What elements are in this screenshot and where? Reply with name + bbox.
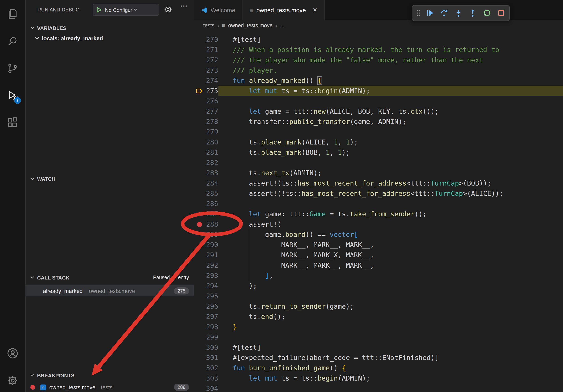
gutter-glyph-margin[interactable] <box>194 373 205 383</box>
restart-icon[interactable] <box>480 7 493 19</box>
gutter-glyph-margin[interactable] <box>194 45 205 55</box>
code-line-content[interactable]: game.board() == vector[ <box>218 229 563 240</box>
variables-section-header[interactable]: VARIABLES <box>26 23 194 33</box>
code-line[interactable]: 292 MARK__, MARK__, MARK__, <box>194 260 563 270</box>
code-line[interactable]: 270#[test] <box>194 34 563 45</box>
code-line-content[interactable]: /// When a position is already marked, t… <box>218 45 563 55</box>
code-line-content[interactable]: #[expected_failure(abort_code = ttt::ENo… <box>218 353 563 363</box>
code-line-content[interactable] <box>218 291 563 301</box>
breakpoint-checkbox[interactable]: ✓ <box>40 384 46 390</box>
gutter-glyph-margin[interactable] <box>194 229 205 240</box>
gutter-glyph-margin[interactable] <box>194 281 205 291</box>
gutter-glyph-margin[interactable] <box>194 312 205 322</box>
code-line-content[interactable]: let mut ts = ts::begin(ADMIN); <box>218 373 563 383</box>
code-line-content[interactable]: let game = ttt::new(ALICE, BOB, KEY, ts.… <box>218 106 563 117</box>
gutter-glyph-margin[interactable] <box>194 86 205 96</box>
code-line[interactable]: 286 <box>194 198 563 209</box>
code-line[interactable]: 276 <box>194 96 563 106</box>
code-line[interactable]: 298} <box>194 322 563 332</box>
gutter-glyph-margin[interactable] <box>194 383 205 392</box>
gutter-glyph-margin[interactable] <box>194 342 205 353</box>
code-editor[interactable]: 270#[test]271/// When a position is alre… <box>194 31 563 392</box>
step-over-icon[interactable] <box>437 7 450 19</box>
gutter-glyph-margin[interactable] <box>194 34 205 45</box>
gutter-glyph-margin[interactable] <box>194 291 205 301</box>
code-line[interactable]: 278 transfer::public_transfer(game, ADMI… <box>194 117 563 127</box>
code-line[interactable]: 287 let game: ttt::Game = ts.take_from_s… <box>194 209 563 219</box>
code-line-content[interactable] <box>218 96 563 106</box>
gutter-glyph-margin[interactable] <box>194 198 205 209</box>
code-line[interactable]: 293 ], <box>194 270 563 281</box>
stack-frame-row[interactable]: already_marked owned_tests.move 275 <box>26 285 194 296</box>
code-line-content[interactable]: ts.end(); <box>218 312 563 322</box>
gutter-glyph-margin[interactable] <box>194 55 205 65</box>
code-line[interactable]: 296 ts.return_to_sender(game); <box>194 301 563 312</box>
breadcrumb-item[interactable]: ... <box>280 22 285 28</box>
start-debug-icon[interactable] <box>95 6 102 13</box>
code-line-content[interactable] <box>218 332 563 342</box>
code-line-content[interactable]: } <box>218 322 563 332</box>
breadcrumb-item[interactable]: tests <box>203 22 214 28</box>
code-line-content[interactable]: MARK__, MARK__, MARK__, <box>218 240 563 250</box>
code-line[interactable]: 301#[expected_failure(abort_code = ttt::… <box>194 353 563 363</box>
step-into-icon[interactable] <box>452 7 465 19</box>
gutter-glyph-margin[interactable] <box>194 260 205 270</box>
code-line[interactable]: 279 <box>194 127 563 137</box>
code-line[interactable]: 275 let mut ts = ts::begin(ADMIN); <box>194 86 563 96</box>
tab-welcome[interactable]: Welcome <box>194 0 243 20</box>
gutter-glyph-margin[interactable] <box>194 219 205 229</box>
close-icon[interactable]: × <box>313 6 317 13</box>
code-line-content[interactable]: let game: ttt::Game = ts.take_from_sende… <box>218 209 563 219</box>
gutter-glyph-margin[interactable] <box>194 75 205 86</box>
launch-config-dropdown[interactable]: No Configur <box>93 4 159 16</box>
debug-settings-gear-icon[interactable] <box>164 5 172 14</box>
code-line[interactable]: 290 MARK__, MARK__, MARK__, <box>194 240 563 250</box>
continue-icon[interactable] <box>423 7 436 19</box>
settings-gear-icon[interactable] <box>6 374 19 387</box>
code-line-content[interactable]: assert!(!ts::has_most_recent_for_address… <box>218 188 563 198</box>
gutter-glyph-margin[interactable] <box>194 270 205 281</box>
code-line[interactable]: 297 ts.end(); <box>194 312 563 322</box>
breakpoint-list-item[interactable]: ✓ owned_tests.move tests 288 <box>26 382 194 392</box>
step-out-icon[interactable] <box>466 7 479 19</box>
gutter-glyph-margin[interactable] <box>194 127 205 137</box>
gutter-glyph-margin[interactable] <box>194 117 205 127</box>
source-control-icon[interactable] <box>6 62 19 75</box>
code-line-content[interactable]: fun burn_unfinished_game() { <box>218 363 563 373</box>
code-line-content[interactable]: transfer::public_transfer(game, ADMIN); <box>218 117 563 127</box>
code-line-content[interactable] <box>218 157 563 168</box>
code-line[interactable]: 295 <box>194 291 563 301</box>
code-line-content[interactable]: MARK__, MARK__, MARK__, <box>218 260 563 270</box>
explorer-icon[interactable] <box>6 7 19 21</box>
breadcrumb-item[interactable]: owned_tests.move <box>228 22 273 28</box>
code-line[interactable]: 304 <box>194 383 563 392</box>
code-line-content[interactable]: #[test] <box>218 34 563 45</box>
breakpoint-dot-icon[interactable] <box>197 222 202 227</box>
gutter-glyph-margin[interactable] <box>194 209 205 219</box>
code-line[interactable]: 282 <box>194 157 563 168</box>
call-stack-section-header[interactable]: CALL STACK Paused on entry <box>26 272 194 283</box>
gutter-glyph-margin[interactable] <box>194 240 205 250</box>
code-line[interactable]: 288 assert!( <box>194 219 563 229</box>
gutter-glyph-margin[interactable] <box>194 65 205 75</box>
code-line[interactable]: 273/// player. <box>194 65 563 75</box>
code-line[interactable]: 294 ); <box>194 281 563 291</box>
search-icon[interactable] <box>6 34 19 48</box>
code-line[interactable]: 291 MARK__, MARK_X, MARK__, <box>194 250 563 260</box>
code-line-content[interactable]: ts.next_tx(ADMIN); <box>218 168 563 178</box>
gutter-glyph-margin[interactable] <box>194 168 205 178</box>
code-line-content[interactable]: #[test] <box>218 342 563 353</box>
watch-section-header[interactable]: WATCH <box>26 174 194 184</box>
gutter-glyph-margin[interactable] <box>194 147 205 157</box>
gutter-glyph-margin[interactable] <box>194 137 205 147</box>
code-line-content[interactable]: assert!( <box>218 219 563 229</box>
code-line[interactable]: 299 <box>194 332 563 342</box>
gutter-glyph-margin[interactable] <box>194 188 205 198</box>
gutter-glyph-margin[interactable] <box>194 178 205 188</box>
gutter-glyph-margin[interactable] <box>194 353 205 363</box>
more-actions-icon[interactable]: ··· <box>180 2 188 10</box>
code-line[interactable]: 272/// the player who made the "false" m… <box>194 55 563 65</box>
code-line[interactable]: 303 let mut ts = ts::begin(ADMIN); <box>194 373 563 383</box>
code-line-content[interactable] <box>218 198 563 209</box>
accounts-icon[interactable] <box>6 347 19 360</box>
